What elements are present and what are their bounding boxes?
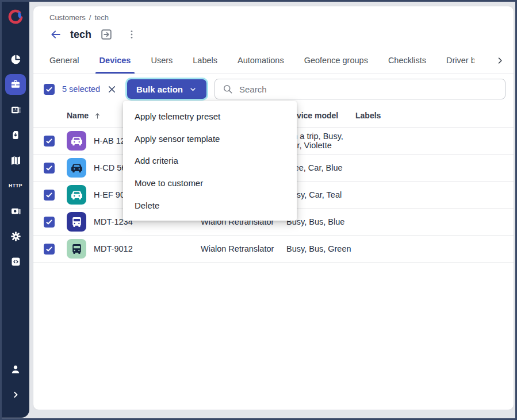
sidebar: HTTP <box>2 2 29 418</box>
tab-bar: General Devices Users Labels Automations… <box>33 47 514 74</box>
vehicle-icon <box>67 239 86 259</box>
car-icon <box>70 161 83 175</box>
check-icon <box>45 218 53 226</box>
chevron-right-icon <box>495 55 505 66</box>
device-labels: Free, Car, Blue <box>286 163 355 172</box>
selected-count: 5 selected <box>62 84 100 94</box>
tab-automations[interactable]: Automations <box>238 47 284 74</box>
device-model: Wialon Retranslator <box>201 244 286 253</box>
main-panel: Customers / tech tech <box>33 6 514 410</box>
sort-ascending-icon[interactable] <box>93 111 102 120</box>
navixy-logo[interactable] <box>4 5 27 28</box>
exit-to-app-icon <box>99 28 113 41</box>
check-icon <box>45 164 53 172</box>
car-icon <box>70 188 83 202</box>
row-checkbox[interactable] <box>44 217 55 228</box>
breadcrumb: Customers / tech <box>49 13 500 22</box>
column-header-model[interactable]: Device model <box>286 111 355 120</box>
select-all-checkbox[interactable] <box>44 84 55 95</box>
tabs-scroll-right-button[interactable] <box>495 55 505 66</box>
sidebar-item-devices[interactable] <box>5 99 26 120</box>
check-icon <box>45 137 53 145</box>
arrow-left-icon <box>49 28 62 41</box>
row-checkbox[interactable] <box>44 136 55 147</box>
bus-icon <box>70 242 83 256</box>
menu-item-move-to-customer[interactable]: Move to customer <box>123 172 297 194</box>
vehicle-icon <box>67 131 86 151</box>
tab-users[interactable]: Users <box>151 47 173 74</box>
bulk-action-button[interactable]: Bulk action <box>127 79 206 99</box>
car-icon <box>70 134 83 148</box>
pie-chart-icon <box>10 53 22 65</box>
vehicle-icon <box>67 212 86 232</box>
menu-item-add-criteria[interactable]: Add criteria <box>123 150 297 172</box>
device-labels: Busy, Car, Teal <box>286 190 355 199</box>
device-name: MDT-9012 <box>94 244 201 253</box>
search-input[interactable] <box>239 84 499 94</box>
search-box <box>215 79 505 99</box>
sidebar-item-integrations[interactable] <box>5 251 26 272</box>
tab-general[interactable]: General <box>49 47 79 74</box>
column-header-labels[interactable]: Labels <box>355 111 514 120</box>
breadcrumb-customers[interactable]: Customers <box>49 13 86 22</box>
chevron-right-icon <box>10 389 21 400</box>
device-labels: Busy, Bus, Blue <box>286 217 355 226</box>
search-icon <box>222 83 233 95</box>
page-header: Customers / tech tech <box>33 6 514 47</box>
map-icon <box>10 155 22 167</box>
device-labels: Busy, Bus, Green <box>286 244 355 253</box>
sidebar-item-sim-cards[interactable] <box>5 125 26 145</box>
tab-labels[interactable]: Labels <box>193 47 217 74</box>
kebab-menu-icon <box>126 29 137 40</box>
clear-selection-button[interactable] <box>106 84 117 95</box>
more-actions-button[interactable] <box>126 29 137 40</box>
device-card-icon <box>10 104 22 116</box>
sidebar-item-media[interactable] <box>5 201 26 221</box>
tab-driver-behavior[interactable]: Driver behavior <box>446 47 474 74</box>
tab-geofence-groups[interactable]: Geofence groups <box>304 47 368 74</box>
chevron-down-icon <box>189 85 197 94</box>
sidebar-expand-button[interactable] <box>5 384 26 405</box>
sidebar-item-http[interactable]: HTTP <box>5 175 26 196</box>
gear-icon <box>10 230 22 242</box>
menu-item-apply-sensor-template[interactable]: Apply sensor template <box>123 128 297 150</box>
menu-item-apply-telemetry-preset[interactable]: Apply telemetry preset <box>123 105 297 128</box>
check-icon <box>45 245 53 253</box>
sim-download-icon <box>10 129 21 141</box>
row-checkbox[interactable] <box>44 163 55 174</box>
row-checkbox[interactable] <box>44 244 55 255</box>
check-icon <box>45 85 53 94</box>
close-icon <box>106 84 117 95</box>
sidebar-item-settings[interactable] <box>5 226 26 246</box>
page-title: tech <box>70 29 91 41</box>
breadcrumb-current: tech <box>94 13 109 22</box>
open-customer-button[interactable] <box>99 28 113 41</box>
vehicle-icon <box>67 158 86 178</box>
sidebar-item-user[interactable] <box>5 359 26 380</box>
sidebar-item-maps[interactable] <box>5 150 26 171</box>
bus-icon <box>70 215 83 229</box>
menu-item-delete[interactable]: Delete <box>123 194 297 217</box>
back-button[interactable] <box>49 28 62 41</box>
vehicle-icon <box>67 185 86 205</box>
sidebar-item-dashboard[interactable] <box>5 49 26 70</box>
row-checkbox[interactable] <box>44 190 55 201</box>
http-icon: HTTP <box>9 183 22 188</box>
column-header-name[interactable]: Name <box>67 111 89 120</box>
tab-checklists[interactable]: Checklists <box>388 47 426 74</box>
check-icon <box>45 191 53 199</box>
device-labels: On a trip, Busy, Car, Violette <box>286 132 355 150</box>
breadcrumb-separator: / <box>89 13 91 22</box>
wallet-icon <box>10 205 22 217</box>
briefcase-icon <box>10 79 21 90</box>
code-box-icon <box>10 256 22 268</box>
sidebar-item-fleet[interactable] <box>5 74 26 95</box>
table-row[interactable]: MDT-9012 Offline: < 1 h Wialon Retransla… <box>33 236 514 263</box>
tab-devices[interactable]: Devices <box>99 47 131 74</box>
bulk-action-menu: Apply telemetry preset Apply sensor temp… <box>123 101 297 221</box>
bulk-action-label: Bulk action <box>136 84 183 94</box>
bulk-toolbar: 5 selected Bulk action <box>33 74 514 104</box>
person-icon <box>9 363 22 376</box>
